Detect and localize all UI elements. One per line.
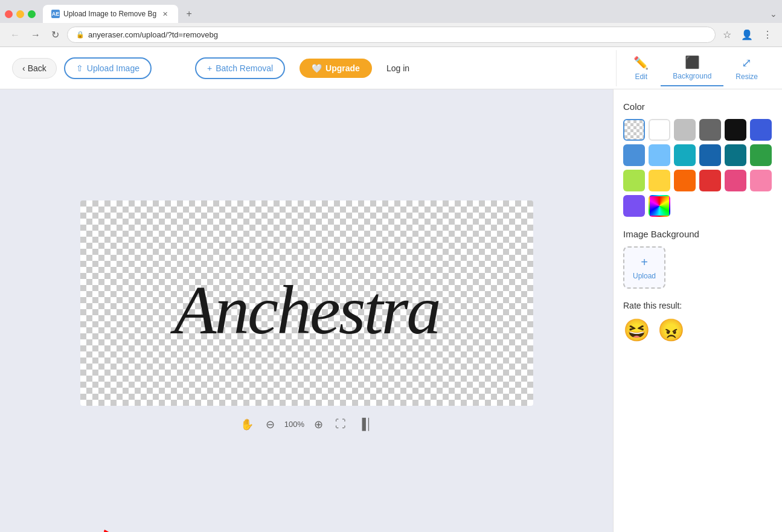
tab-title: Upload Image to Remove Bg <box>63 10 156 18</box>
tool-resize-button[interactable]: ⤢ Resize <box>723 51 770 86</box>
upload-background-button[interactable]: + Upload <box>623 246 665 289</box>
browser-chrome: AE Upload Image to Remove Bg ✕ + ⌄ ← → ↻… <box>0 0 782 47</box>
forward-nav-button[interactable]: → <box>28 28 43 42</box>
color-swatch-dark-gray[interactable] <box>699 119 721 141</box>
fit-screen-button[interactable]: ⛶ <box>333 415 348 433</box>
batch-label: Batch Removal <box>216 63 273 73</box>
color-swatch-blue[interactable] <box>750 119 772 141</box>
color-swatch-transparent[interactable] <box>623 119 645 141</box>
checkerboard-background: Anchestra <box>80 200 533 406</box>
plus-icon: + <box>207 63 212 73</box>
login-button[interactable]: Log in <box>379 59 417 78</box>
canvas-area: Anchestra ✋ ⊖ 100% ⊕ ⛶ ▐│ <box>0 89 613 532</box>
color-swatch-red[interactable] <box>699 170 721 191</box>
rate-angry-button[interactable]: 😠 <box>658 318 685 343</box>
heart-icon: 🤍 <box>312 63 322 73</box>
url-bar[interactable]: 🔒 anyeraser.com/upload/?td=removebg <box>67 27 716 43</box>
color-swatch-purple[interactable] <box>623 195 645 217</box>
color-swatch-lime[interactable] <box>623 170 645 191</box>
new-tab-button[interactable]: + <box>181 5 197 22</box>
upgrade-label: Upgrade <box>325 63 360 73</box>
zoom-in-button[interactable]: ⊕ <box>312 415 325 434</box>
color-swatch-pink-red[interactable] <box>725 170 746 191</box>
compare-button[interactable]: ▐│ <box>356 415 375 433</box>
tool-background-button[interactable]: ⬛ Background <box>661 50 723 86</box>
color-swatch-black[interactable] <box>725 119 746 141</box>
color-swatch-cornflower-blue[interactable] <box>623 144 645 166</box>
active-tab[interactable]: AE Upload Image to Remove Bg ✕ <box>43 5 178 23</box>
tool-background-label: Background <box>673 72 711 80</box>
back-chevron-icon: ‹ <box>22 63 25 73</box>
color-swatch-light-gray[interactable] <box>674 119 696 141</box>
color-swatch-pink[interactable] <box>750 170 772 191</box>
zoom-out-button[interactable]: ⊖ <box>263 415 277 434</box>
app-header: ‹ Back ⇧ Upload Image + Batch Removal 🤍 … <box>0 47 782 89</box>
back-button[interactable]: ‹ Back <box>12 58 57 79</box>
image-bg-section: Image Background + Upload <box>623 229 772 289</box>
color-grid <box>623 119 772 217</box>
maximize-window-button[interactable] <box>28 10 36 18</box>
color-swatch-white[interactable] <box>649 119 670 141</box>
tab-bar: AE Upload Image to Remove Bg ✕ + ⌄ <box>0 0 782 23</box>
reload-button[interactable]: ↻ <box>48 27 62 42</box>
rate-section: Rate this result: 😆 😠 <box>623 301 772 343</box>
right-panel: Color <box>613 89 782 532</box>
main-layout: Anchestra ✋ ⊖ 100% ⊕ ⛶ ▐│ Color <box>0 89 782 532</box>
color-swatch-rainbow[interactable] <box>649 195 670 217</box>
image-preview: Anchestra <box>80 200 533 406</box>
upload-bg-label: Upload <box>633 272 656 280</box>
image-bg-title: Image Background <box>623 229 772 239</box>
upload-label: Upload Image <box>87 63 139 73</box>
back-nav-button[interactable]: ← <box>7 28 23 42</box>
color-section-title: Color <box>623 101 772 112</box>
tab-close-button[interactable]: ✕ <box>160 9 170 19</box>
back-label: Back <box>28 63 46 73</box>
color-swatch-sky-blue[interactable] <box>649 144 670 166</box>
color-swatch-green[interactable] <box>750 144 772 166</box>
tool-edit-button[interactable]: ✏️ Edit <box>621 51 661 86</box>
svg-text:Anchestra: Anchestra <box>170 272 439 348</box>
zoom-level: 100% <box>284 420 304 429</box>
lock-icon: 🔒 <box>76 31 85 39</box>
upload-icon: ⇧ <box>76 63 83 73</box>
tool-resize-label: Resize <box>736 72 758 81</box>
bookmark-button[interactable]: ☆ <box>720 27 734 43</box>
background-icon: ⬛ <box>685 55 700 69</box>
close-window-button[interactable] <box>5 10 13 18</box>
image-toolbar: ✋ ⊖ 100% ⊕ ⛶ ▐│ <box>238 415 375 434</box>
menu-button[interactable]: ⋮ <box>760 27 775 43</box>
traffic-lights <box>5 10 36 18</box>
color-swatch-navy[interactable] <box>699 144 721 166</box>
pan-tool-button[interactable]: ✋ <box>238 415 256 434</box>
url-text: anyeraser.com/upload/?td=removebg <box>88 30 218 39</box>
upload-image-button[interactable]: ⇧ Upload Image <box>64 57 152 79</box>
address-bar: ← → ↻ 🔒 anyeraser.com/upload/?td=removeb… <box>0 23 782 46</box>
tool-group: ✏️ Edit ⬛ Background ⤢ Resize <box>616 50 770 86</box>
color-swatch-orange[interactable] <box>674 170 696 191</box>
tool-edit-label: Edit <box>635 72 647 81</box>
color-swatch-teal[interactable] <box>725 144 746 166</box>
tab-expand-button[interactable]: ⌄ <box>770 9 777 19</box>
rate-happy-button[interactable]: 😆 <box>623 318 650 343</box>
upload-bg-plus-icon: + <box>641 255 648 269</box>
batch-removal-button[interactable]: + Batch Removal <box>195 57 285 79</box>
resize-icon: ⤢ <box>742 56 752 70</box>
minimize-window-button[interactable] <box>16 10 24 18</box>
profile-button[interactable]: 👤 <box>739 27 755 43</box>
rate-emojis: 😆 😠 <box>623 318 772 343</box>
color-swatch-yellow[interactable] <box>649 170 670 191</box>
color-swatch-cyan[interactable] <box>674 144 696 166</box>
edit-icon: ✏️ <box>633 56 649 70</box>
tab-favicon: AE <box>51 10 60 18</box>
rate-title: Rate this result: <box>623 301 772 310</box>
upgrade-button[interactable]: 🤍 Upgrade <box>300 59 372 78</box>
